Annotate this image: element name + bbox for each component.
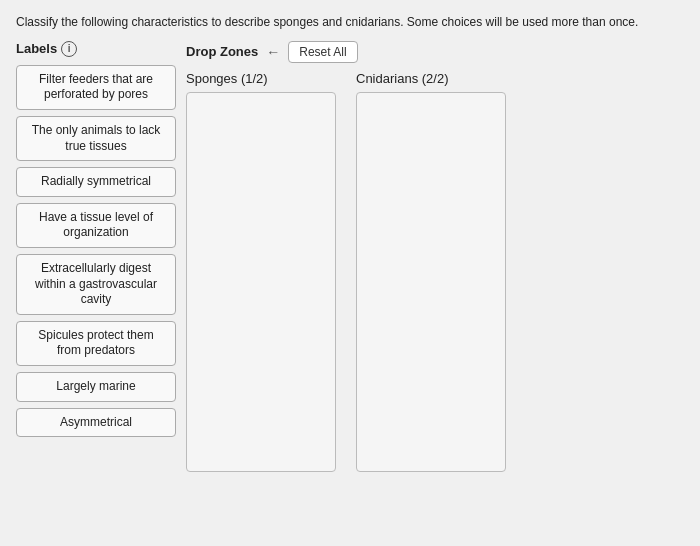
back-arrow-icon[interactable]: ← xyxy=(266,44,280,60)
label-item-0[interactable]: Filter feeders that are perforated by po… xyxy=(16,65,176,110)
label-item-2[interactable]: Radially symmetrical xyxy=(16,167,176,197)
drop-zone-container-sponges: Sponges (1/2) xyxy=(186,71,336,472)
labels-title: Labels xyxy=(16,41,57,56)
label-item-5[interactable]: Spicules protect them from predators xyxy=(16,321,176,366)
labels-header: Labels i xyxy=(16,41,176,57)
label-items-container: Filter feeders that are perforated by po… xyxy=(16,65,176,437)
drop-zone-label-cnidarians: Cnidarians (2/2) xyxy=(356,71,506,86)
drop-zones-area: Sponges (1/2)Cnidarians (2/2) xyxy=(186,71,684,472)
drop-zones-title: Drop Zones xyxy=(186,44,258,59)
drop-zone-container-cnidarians: Cnidarians (2/2) xyxy=(356,71,506,472)
drop-zone-label-sponges: Sponges (1/2) xyxy=(186,71,336,86)
main-container: Classify the following characteristics t… xyxy=(0,0,700,546)
label-item-7[interactable]: Asymmetrical xyxy=(16,408,176,438)
drop-zones-header: Drop Zones ← Reset All xyxy=(186,41,684,63)
label-item-1[interactable]: The only animals to lack true tissues xyxy=(16,116,176,161)
label-item-3[interactable]: Have a tissue level of organization xyxy=(16,203,176,248)
main-area: Labels i Filter feeders that are perfora… xyxy=(16,41,684,537)
drop-zones-column: Drop Zones ← Reset All Sponges (1/2)Cnid… xyxy=(176,41,684,537)
label-item-6[interactable]: Largely marine xyxy=(16,372,176,402)
drop-zone-box-sponges[interactable] xyxy=(186,92,336,472)
instruction-text: Classify the following characteristics t… xyxy=(16,14,684,31)
drop-zone-box-cnidarians[interactable] xyxy=(356,92,506,472)
info-icon[interactable]: i xyxy=(61,41,77,57)
reset-button[interactable]: Reset All xyxy=(288,41,357,63)
labels-column: Labels i Filter feeders that are perfora… xyxy=(16,41,176,537)
label-item-4[interactable]: Extracellularly digest within a gastrova… xyxy=(16,254,176,315)
